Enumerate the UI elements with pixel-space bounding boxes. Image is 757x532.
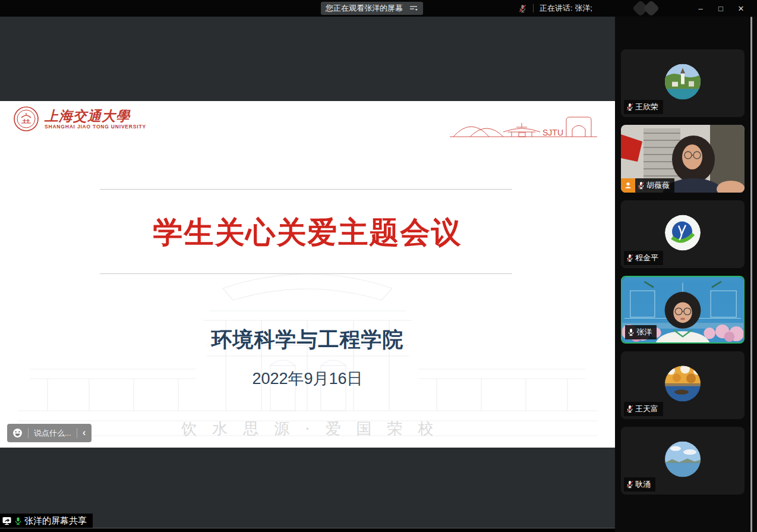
participant-name-tag: 王天富 xyxy=(624,402,663,416)
mic-muted-icon xyxy=(626,480,634,489)
collapse-chat-icon[interactable]: ‹ xyxy=(83,427,86,439)
mic-muted-icon xyxy=(637,181,645,190)
participants-scrollbar[interactable] xyxy=(750,17,752,532)
close-button[interactable]: ✕ xyxy=(731,0,751,17)
participant-name: 王天富 xyxy=(635,404,658,414)
university-logo: 上海交通大學 SHANGHAI JIAO TONG UNIVERSITY xyxy=(13,106,146,132)
watching-screen-label: 您正在观看张洋的屏幕 xyxy=(326,3,403,14)
participant-tile[interactable]: 胡薇薇 xyxy=(621,125,745,193)
chat-input-placeholder[interactable]: 说点什么... xyxy=(34,428,71,439)
participant-name: 耿涌 xyxy=(635,479,651,490)
minimize-button[interactable]: – xyxy=(690,0,711,17)
mic-muted-icon xyxy=(518,4,527,13)
emoji-icon[interactable] xyxy=(12,428,23,438)
mic-live-icon xyxy=(14,517,23,525)
screen-share-label: 张洋的屏幕共享 xyxy=(24,515,87,527)
watching-screen-pill[interactable]: 您正在观看张洋的屏幕 xyxy=(321,2,423,15)
screen-share-icon xyxy=(2,516,12,525)
participant-name-row: 胡薇薇 xyxy=(621,178,674,193)
slide-title: 学生关心关爱主题会议 xyxy=(0,213,615,253)
window-bottom-edge xyxy=(0,528,615,532)
participant-tile[interactable]: 耿涌 xyxy=(621,427,745,495)
divider-line-top xyxy=(100,189,512,190)
view-options-icon[interactable] xyxy=(409,4,418,12)
mic-muted-icon xyxy=(626,103,634,111)
divider xyxy=(533,4,534,12)
mic-muted-icon xyxy=(626,254,634,262)
participant-name: 张洋 xyxy=(636,327,652,338)
screen-share-status: 张洋的屏幕共享 xyxy=(0,514,93,528)
university-name-cn: 上海交通大學 xyxy=(45,109,146,122)
speaking-status-label: 正在讲话: 张洋; xyxy=(540,3,592,14)
participant-tile[interactable]: 程金平 xyxy=(621,200,745,268)
avatar xyxy=(665,64,701,100)
skyline-sjtu-label: SJTU xyxy=(542,128,563,137)
shared-screen-area: 上海交通大學 SHANGHAI JIAO TONG UNIVERSITY SJT… xyxy=(0,17,615,532)
participant-name-tag: 程金平 xyxy=(624,251,663,265)
slide-motto: 饮水思源·爱国荣校 xyxy=(0,418,615,439)
divider xyxy=(77,428,77,438)
meeting-window: 您正在观看张洋的屏幕 正在讲话: 张洋; – □ ✕ xyxy=(0,0,757,532)
avatar xyxy=(665,366,701,402)
divider-line-bottom xyxy=(100,273,512,274)
avatar xyxy=(665,215,701,251)
university-seal-icon xyxy=(13,106,39,132)
participant-tile-active-speaker[interactable]: 张洋 xyxy=(621,276,745,344)
maximize-button[interactable]: □ xyxy=(711,0,731,17)
slide-subtitle: 环境科学与工程学院 xyxy=(0,326,615,354)
participant-tile[interactable]: 王欣荣 xyxy=(621,49,745,117)
titlebar-status: 正在讲话: 张洋; xyxy=(518,0,592,17)
host-badge xyxy=(621,178,635,193)
meeting-app-logo xyxy=(631,1,667,16)
participant-name: 胡薇薇 xyxy=(646,180,670,191)
divider xyxy=(28,428,29,438)
presentation-slide: 上海交通大學 SHANGHAI JIAO TONG UNIVERSITY SJT… xyxy=(0,101,615,448)
slide-date: 2022年9月16日 xyxy=(0,368,615,389)
participant-name-tag: 张洋 xyxy=(625,325,657,339)
participant-name: 程金平 xyxy=(635,253,658,263)
university-name-en: SHANGHAI JIAO TONG UNIVERSITY xyxy=(45,124,146,130)
person-icon xyxy=(624,181,632,190)
window-controls: – □ ✕ xyxy=(690,0,751,17)
sjtu-skyline-art: SJTU xyxy=(449,114,598,140)
participant-name-tag: 王欣荣 xyxy=(624,100,663,114)
participant-name: 王欣荣 xyxy=(635,102,658,112)
mic-muted-icon xyxy=(626,405,634,413)
titlebar: 您正在观看张洋的屏幕 正在讲话: 张洋; – □ ✕ xyxy=(0,0,757,17)
participant-name-tag: 耿涌 xyxy=(624,477,655,492)
participant-name-tag: 胡薇薇 xyxy=(635,178,674,193)
participant-tile[interactable]: 王天富 xyxy=(621,351,745,419)
avatar xyxy=(665,442,701,477)
participants-panel: 王欣荣 xyxy=(615,17,757,532)
mic-on-icon xyxy=(627,328,635,336)
chat-quick-input[interactable]: 说点什么... ‹ xyxy=(7,424,92,442)
